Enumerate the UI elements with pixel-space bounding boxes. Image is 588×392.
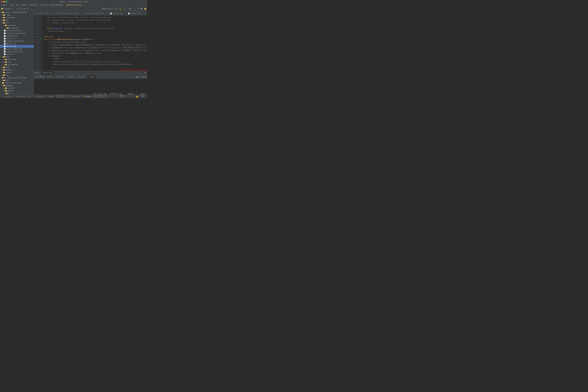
sidebar-item-test[interactable]: ▶ 📁 test [0,79,34,82]
settings-btn[interactable]: — [30,8,32,10]
sidebar-item-catalina-properties[interactable]: 📄 catalina.properties [0,32,34,34]
structure-btn[interactable]: ⚙ [16,8,19,10]
debug-eval[interactable]: ✦ [139,76,141,78]
title-bar: tomcat — ContextRuleSet.java [0,0,147,4]
sidebar-item-com-luban[interactable]: ▶ 📁 com.luban [0,58,34,61]
tab-close-sc[interactable]: × [79,12,80,14]
toolbar-separator [15,8,15,10]
debug-subtab-overhead[interactable]: Overhead [55,75,66,78]
breadcrumb-item[interactable]: ContextRuleSet [49,4,64,6]
debug-run-cursor[interactable]: ▶| [136,76,139,78]
debug-step-over[interactable]: ⤵ [130,76,132,78]
tab-close-mytest[interactable]: × [142,12,143,14]
debug-step-into[interactable]: ↓ [132,76,134,78]
sidebar-item-java[interactable]: ▼ 📁 java [0,56,34,58]
maximize-button[interactable] [6,1,8,2]
bottom-tab-git[interactable]: Git [26,95,34,98]
sidebar-item-res[interactable]: ▶ 📁 res [0,74,34,76]
close-button[interactable] [1,1,3,2]
sidebar-item-mytest[interactable]: ▼ 📁 mytest [0,90,34,92]
status-notifications[interactable]: 🔔 [136,93,139,98]
debug-frames-btn[interactable]: ⊞ [142,76,144,78]
sidebar-item-js[interactable]: 📁 js [0,92,34,94]
tab-close-globals[interactable]: × [51,12,52,14]
run-button[interactable]: ▶ [116,8,118,10]
sidebar-item-logs[interactable]: ▶ 📁 logs [0,66,34,68]
code-line-106: * @param digester Digester instance to w… [44,27,147,30]
code-line-105: * [44,24,147,27]
debug-subtab-console[interactable]: Console [77,75,87,78]
debug-button[interactable]: 🐛 [119,8,122,10]
sidebar-item-catalina-policy[interactable]: 📄 catalina.policy [0,29,34,32]
tab-standardcontext[interactable]: ☕ StandardContext.java × [54,12,82,15]
debug-label: Debug: [34,72,40,74]
sidebar-item-tomcat-build-libs[interactable]: 📁 tomcat-build-libs [0,82,34,84]
minimize-button[interactable] [4,1,5,2]
tab-standardengine[interactable]: ☕ StandardEngine.java × [145,12,147,15]
bottom-tab-problems[interactable]: ⚠ Problems [1,95,15,98]
bottom-tab-debug[interactable]: 🐛 Debug [82,95,94,98]
sidebar-item-settings[interactable]: ▶ 📁 .settings [0,16,34,19]
breadcrumb-item[interactable]: java [10,4,14,6]
breadcrumb-item[interactable]: apache [21,4,27,6]
build-btn[interactable]: 🔨 [123,8,126,10]
debug-content [34,79,147,94]
tab-containerbase[interactable]: ☕ ContainerBase.java × [82,12,108,15]
collapse-btn[interactable]: ⊟ [26,8,29,10]
breadcrumb-item[interactable]: startup [40,4,47,6]
code-editor[interactable]: 102103104105106 107108109110111 11211311… [34,15,147,71]
sidebar-item-logging[interactable]: 📄 logging.properties [0,40,34,42]
sidebar-item-modules[interactable]: ▶ 📁 modules [0,68,34,71]
debug-subtab-frames[interactable]: Frames [87,75,96,78]
sidebar-item-tomcat-users-xml[interactable]: 📄 tomcat-users.xml [0,48,34,50]
debug-subtab-memory[interactable]: Memory [46,75,55,78]
bottom-tab-todo[interactable]: ☑ TODO [46,95,55,98]
bottom-tab-build[interactable]: 🔨 Build [15,95,26,98]
code-line-112: // Context 的解析会根据create属性的不同而有所区别，这主要是由于… [44,44,147,46]
sort-btn[interactable]: ⇅ [19,8,22,10]
debug-tab-bootstrap[interactable]: Bootstrap [42,71,54,74]
sidebar-item-localhost[interactable]: ▶ 📁 localhost [0,27,34,29]
breadcrumb-item[interactable]: tomcat [1,4,8,6]
sidebar-item-web-xml[interactable]: 📄 web.xml [0,53,34,56]
tab-mytest-xml[interactable]: 📄 mytest.xml × [126,12,145,15]
refresh-btn[interactable]: ↺ [136,8,139,10]
breadcrumb-item[interactable]: catalina [30,4,38,6]
sidebar-item-my-test[interactable]: ▶ 📁 my-test [0,87,34,90]
sidebar-item-tomcat-users-xsd[interactable]: 📄 tomcat-users.xsd [0,50,34,53]
sidebar-item-conf[interactable]: ▼ 📁 conf [0,22,34,24]
expand-btn[interactable]: ⊞ [23,8,26,10]
sidebar-item-hello[interactable]: 📄 hello.txt [0,37,34,40]
sidebar-item-tomcat[interactable]: ▼ 📁 tomcat ~/gitlab/tomcat [0,11,34,14]
breadcrumb-item[interactable]: org [16,4,19,6]
search-btn[interactable]: 🔍 [140,8,144,10]
sidebar-item-servelet-bak[interactable]: 📁 servelet-test-1.0_bak [0,76,34,79]
terminal-icon: ⬛ [69,96,71,98]
check-btn[interactable]: ✓ [133,8,136,10]
sidebar-item-webapps[interactable]: ▼ 📁 webapps [0,84,34,87]
debug-subtab-threads[interactable]: Threads [66,75,75,78]
sidebar-item-context-xml[interactable]: 📄 context.xml [0,34,34,37]
debug-subtab-variables[interactable]: Variables [34,75,46,78]
tab-index-jsp[interactable]: 📄 index.jsp × [108,12,126,15]
sidebar-item-catalina[interactable]: ▼ 📁 Catalina [0,24,34,27]
sidebar-item-output[interactable]: ▼ 📁 output [0,71,34,74]
tab-close-cb[interactable]: × [105,12,106,14]
tab-close-index[interactable]: × [123,12,124,14]
tab-globals[interactable]: ☕ globals.java × [34,12,54,15]
sidebar-item-server-xml[interactable]: 📄 server.xml [0,45,34,48]
bottom-tab-sequence[interactable]: Sequence Diagram [55,95,67,98]
status-encoding: LF UTF-8 4 spaces [120,93,126,98]
bottom-tab-profiler[interactable]: Profiler [34,95,46,98]
debug-filter-btn[interactable]: ⊟ [144,76,147,78]
code-content[interactable]: * specified <code>Digester</code> instan… [43,15,147,71]
sidebar-item-javx[interactable]: ▶ 📁 javx [0,61,34,63]
debug-settings-btn[interactable]: ⚙ [144,72,146,74]
bottom-tab-terminal[interactable]: ⬛ Terminal [67,95,82,98]
git-btn[interactable]: Git: [128,8,132,10]
debug-step-out[interactable]: ↑ [134,76,136,78]
sidebar-item-bin[interactable]: ▶ 📁 bin [0,19,34,22]
sidebar-item-mytest-xml[interactable]: 📄 mytest.xml [0,42,34,45]
sidebar-item-idea[interactable]: ▶ 📁 .idea [0,14,34,16]
sidebar-item-org-apache[interactable]: ▶ 📁 org.apache [0,63,34,66]
